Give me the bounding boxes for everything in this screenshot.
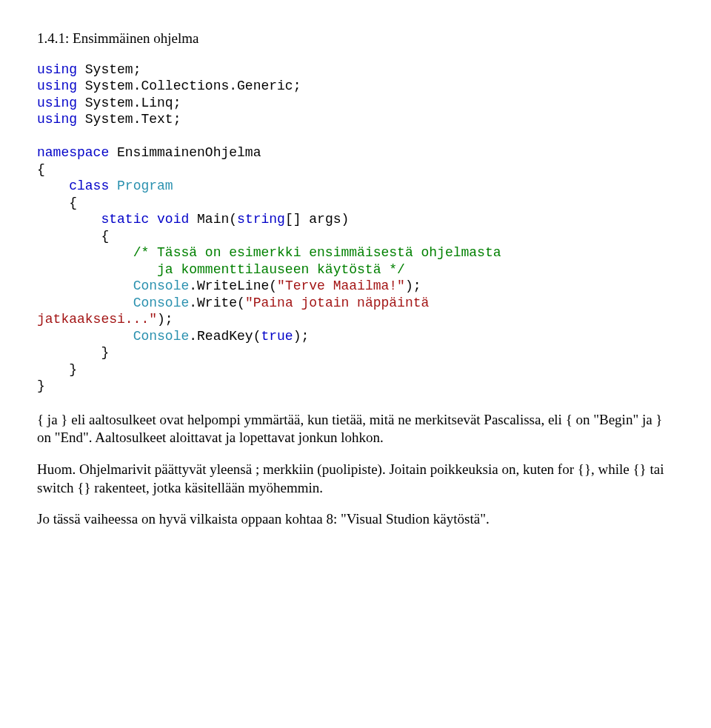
code-indent: [37, 295, 133, 310]
code-text: [] args): [285, 212, 349, 227]
keyword-void: void: [157, 212, 189, 227]
code-text: System.Linq;: [77, 96, 181, 110]
type-console: Console: [133, 329, 190, 344]
type-name: Program: [117, 178, 173, 193]
code-text: .ReadKey(: [189, 329, 261, 344]
code-brace: {: [37, 229, 109, 244]
keyword-string: string: [237, 212, 285, 227]
comment: ja kommenttilauseen käytöstä */: [37, 262, 405, 277]
code-text: EnsimmainenOhjelma: [109, 145, 261, 160]
code-text: System.Collections.Generic;: [77, 79, 301, 93]
code-brace: }: [37, 362, 77, 377]
code-text: );: [405, 278, 421, 293]
code-text: .Write(: [189, 295, 245, 310]
paragraph-2: Huom. Ohjelmarivit päättyvät yleensä ; m…: [37, 461, 674, 497]
string-literal: jatkaaksesi...": [37, 312, 157, 327]
code-text: [149, 212, 157, 227]
code-brace: }: [37, 345, 109, 360]
code-text: Main(: [189, 212, 237, 227]
code-text: );: [157, 312, 173, 327]
keyword-using: using: [37, 112, 77, 127]
code-block: using System; using System.Collections.G…: [37, 61, 674, 395]
code-indent: [37, 329, 133, 344]
keyword-using: using: [37, 62, 77, 77]
keyword-using: using: [37, 96, 77, 110]
code-text: );: [293, 329, 310, 344]
paragraph-3: Jo tässä vaiheessa on hyvä vilkaista opp…: [37, 510, 674, 529]
string-literal: "Paina jotain näppäintä: [245, 295, 437, 310]
code-indent: [37, 245, 133, 260]
code-text: System.Text;: [77, 112, 181, 127]
keyword-namespace: namespace: [37, 145, 109, 160]
type-console: Console: [133, 278, 190, 293]
code-brace: {: [37, 162, 45, 177]
type-console: Console: [133, 295, 190, 310]
section-title: 1.4.1: Ensimmäinen ohjelma: [37, 30, 674, 48]
code-text: [109, 178, 117, 193]
code-text: .WriteLine(: [189, 278, 277, 293]
string-literal: "Terve Maailma!": [277, 278, 405, 293]
code-brace: }: [37, 378, 45, 393]
comment: /* Tässä on esimerkki ensimmäisestä ohje…: [133, 245, 501, 260]
code-indent: [37, 212, 101, 227]
code-brace: {: [37, 196, 77, 210]
keyword-true: true: [261, 329, 293, 344]
code-indent: [37, 178, 69, 193]
paragraph-1: { ja } eli aaltosulkeet ovat helpompi ym…: [37, 411, 674, 447]
keyword-class: class: [69, 178, 109, 193]
code-indent: [37, 278, 133, 293]
code-text: System;: [77, 62, 141, 77]
keyword-using: using: [37, 79, 77, 93]
keyword-static: static: [101, 212, 149, 227]
